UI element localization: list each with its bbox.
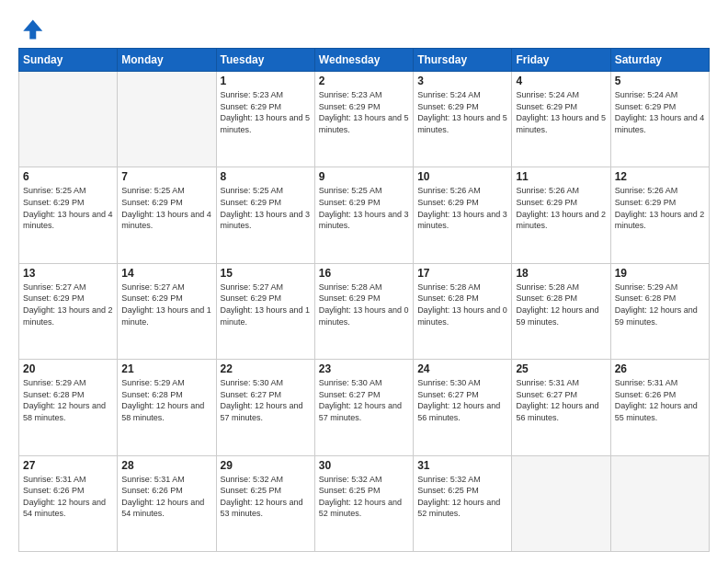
day-info: Sunrise: 5:31 AM Sunset: 6:26 PM Dayligh… <box>615 377 705 423</box>
day-info: Sunrise: 5:30 AM Sunset: 6:27 PM Dayligh… <box>417 377 507 423</box>
day-number: 12 <box>615 170 705 183</box>
day-number: 2 <box>319 75 409 87</box>
day-info: Sunrise: 5:29 AM Sunset: 6:28 PM Dayligh… <box>615 282 705 327</box>
day-info: Sunrise: 5:26 AM Sunset: 6:29 PM Dayligh… <box>417 185 507 231</box>
day-number: 15 <box>221 267 311 280</box>
day-info: Sunrise: 5:26 AM Sunset: 6:29 PM Dayligh… <box>516 185 606 231</box>
calendar-cell: 6Sunrise: 5:25 AM Sunset: 6:29 PM Daylig… <box>19 167 118 263</box>
day-number: 22 <box>221 362 311 375</box>
calendar-cell: 31Sunrise: 5:32 AM Sunset: 6:25 PM Dayli… <box>414 455 512 551</box>
calendar-cell: 1Sunrise: 5:23 AM Sunset: 6:29 PM Daylig… <box>216 72 314 167</box>
day-info: Sunrise: 5:28 AM Sunset: 6:29 PM Dayligh… <box>319 282 409 327</box>
day-number: 10 <box>417 170 507 183</box>
day-number: 6 <box>23 170 113 183</box>
day-number: 29 <box>221 459 311 472</box>
calendar-cell: 24Sunrise: 5:30 AM Sunset: 6:27 PM Dayli… <box>414 360 512 455</box>
day-info: Sunrise: 5:31 AM Sunset: 6:26 PM Dayligh… <box>121 474 211 520</box>
day-info: Sunrise: 5:30 AM Sunset: 6:27 PM Dayligh… <box>319 377 409 423</box>
day-info: Sunrise: 5:23 AM Sunset: 6:29 PM Dayligh… <box>319 89 409 135</box>
calendar-weekday-friday: Friday <box>512 49 610 72</box>
day-number: 27 <box>23 459 113 472</box>
day-info: Sunrise: 5:26 AM Sunset: 6:29 PM Dayligh… <box>615 185 705 231</box>
calendar-cell: 13Sunrise: 5:27 AM Sunset: 6:29 PM Dayli… <box>19 263 118 359</box>
calendar-cell: 16Sunrise: 5:28 AM Sunset: 6:29 PM Dayli… <box>314 263 413 359</box>
calendar-cell: 26Sunrise: 5:31 AM Sunset: 6:26 PM Dayli… <box>610 360 709 455</box>
logo <box>18 17 48 42</box>
calendar-cell <box>118 72 216 167</box>
calendar-table: SundayMondayTuesdayWednesdayThursdayFrid… <box>18 48 710 552</box>
svg-marker-0 <box>23 20 42 40</box>
day-number: 19 <box>615 267 705 280</box>
calendar-cell: 23Sunrise: 5:30 AM Sunset: 6:27 PM Dayli… <box>314 360 413 455</box>
calendar-week-row-1: 1Sunrise: 5:23 AM Sunset: 6:29 PM Daylig… <box>19 72 710 167</box>
day-info: Sunrise: 5:29 AM Sunset: 6:28 PM Dayligh… <box>121 377 211 423</box>
calendar-header-row: SundayMondayTuesdayWednesdayThursdayFrid… <box>19 49 710 72</box>
day-number: 17 <box>417 267 507 280</box>
calendar-weekday-thursday: Thursday <box>414 49 512 72</box>
day-number: 23 <box>319 362 409 375</box>
page: SundayMondayTuesdayWednesdayThursdayFrid… <box>0 0 728 563</box>
day-info: Sunrise: 5:28 AM Sunset: 6:28 PM Dayligh… <box>516 282 606 327</box>
calendar-cell: 30Sunrise: 5:32 AM Sunset: 6:25 PM Dayli… <box>314 455 413 551</box>
day-number: 4 <box>516 75 606 87</box>
day-number: 7 <box>121 170 211 183</box>
day-info: Sunrise: 5:32 AM Sunset: 6:25 PM Dayligh… <box>417 474 507 520</box>
day-info: Sunrise: 5:27 AM Sunset: 6:29 PM Dayligh… <box>23 282 113 327</box>
calendar-cell: 3Sunrise: 5:24 AM Sunset: 6:29 PM Daylig… <box>414 72 512 167</box>
calendar-cell <box>610 455 709 551</box>
day-number: 31 <box>417 459 507 472</box>
day-info: Sunrise: 5:23 AM Sunset: 6:29 PM Dayligh… <box>221 89 311 135</box>
calendar-cell: 17Sunrise: 5:28 AM Sunset: 6:28 PM Dayli… <box>414 263 512 359</box>
calendar-cell: 18Sunrise: 5:28 AM Sunset: 6:28 PM Dayli… <box>512 263 610 359</box>
calendar-cell: 5Sunrise: 5:24 AM Sunset: 6:29 PM Daylig… <box>610 72 709 167</box>
day-number: 21 <box>121 362 211 375</box>
calendar-cell: 14Sunrise: 5:27 AM Sunset: 6:29 PM Dayli… <box>118 263 216 359</box>
day-info: Sunrise: 5:27 AM Sunset: 6:29 PM Dayligh… <box>121 282 211 327</box>
calendar-weekday-sunday: Sunday <box>19 49 118 72</box>
calendar-cell <box>512 455 610 551</box>
calendar-cell: 20Sunrise: 5:29 AM Sunset: 6:28 PM Dayli… <box>19 360 118 455</box>
calendar-cell: 22Sunrise: 5:30 AM Sunset: 6:27 PM Dayli… <box>216 360 314 455</box>
calendar-weekday-monday: Monday <box>118 49 216 72</box>
day-number: 26 <box>615 362 705 375</box>
calendar-cell: 7Sunrise: 5:25 AM Sunset: 6:29 PM Daylig… <box>118 167 216 263</box>
day-info: Sunrise: 5:24 AM Sunset: 6:29 PM Dayligh… <box>615 89 705 135</box>
calendar-cell <box>19 72 118 167</box>
day-number: 13 <box>23 267 113 280</box>
day-number: 5 <box>615 75 705 87</box>
calendar-cell: 4Sunrise: 5:24 AM Sunset: 6:29 PM Daylig… <box>512 72 610 167</box>
day-number: 25 <box>516 362 606 375</box>
calendar-cell: 25Sunrise: 5:31 AM Sunset: 6:27 PM Dayli… <box>512 360 610 455</box>
calendar-cell: 29Sunrise: 5:32 AM Sunset: 6:25 PM Dayli… <box>216 455 314 551</box>
day-info: Sunrise: 5:29 AM Sunset: 6:28 PM Dayligh… <box>23 377 113 423</box>
day-info: Sunrise: 5:30 AM Sunset: 6:27 PM Dayligh… <box>221 377 311 423</box>
day-number: 8 <box>221 170 311 183</box>
day-number: 14 <box>121 267 211 280</box>
day-number: 16 <box>319 267 409 280</box>
day-number: 18 <box>516 267 606 280</box>
calendar-weekday-saturday: Saturday <box>610 49 709 72</box>
day-info: Sunrise: 5:31 AM Sunset: 6:26 PM Dayligh… <box>23 474 113 520</box>
calendar-cell: 27Sunrise: 5:31 AM Sunset: 6:26 PM Dayli… <box>19 455 118 551</box>
day-number: 9 <box>319 170 409 183</box>
day-number: 30 <box>319 459 409 472</box>
day-info: Sunrise: 5:24 AM Sunset: 6:29 PM Dayligh… <box>516 89 606 135</box>
calendar-cell: 15Sunrise: 5:27 AM Sunset: 6:29 PM Dayli… <box>216 263 314 359</box>
calendar-week-row-4: 20Sunrise: 5:29 AM Sunset: 6:28 PM Dayli… <box>19 360 710 455</box>
day-info: Sunrise: 5:32 AM Sunset: 6:25 PM Dayligh… <box>221 474 311 520</box>
day-info: Sunrise: 5:24 AM Sunset: 6:29 PM Dayligh… <box>417 89 507 135</box>
logo-icon <box>18 17 44 42</box>
calendar-cell: 10Sunrise: 5:26 AM Sunset: 6:29 PM Dayli… <box>414 167 512 263</box>
calendar-week-row-3: 13Sunrise: 5:27 AM Sunset: 6:29 PM Dayli… <box>19 263 710 359</box>
day-info: Sunrise: 5:28 AM Sunset: 6:28 PM Dayligh… <box>417 282 507 327</box>
header <box>18 17 710 42</box>
calendar-cell: 9Sunrise: 5:25 AM Sunset: 6:29 PM Daylig… <box>314 167 413 263</box>
calendar-cell: 12Sunrise: 5:26 AM Sunset: 6:29 PM Dayli… <box>610 167 709 263</box>
calendar-cell: 8Sunrise: 5:25 AM Sunset: 6:29 PM Daylig… <box>216 167 314 263</box>
day-number: 11 <box>516 170 606 183</box>
day-info: Sunrise: 5:25 AM Sunset: 6:29 PM Dayligh… <box>319 185 409 231</box>
day-info: Sunrise: 5:25 AM Sunset: 6:29 PM Dayligh… <box>23 185 113 231</box>
calendar-week-row-5: 27Sunrise: 5:31 AM Sunset: 6:26 PM Dayli… <box>19 455 710 551</box>
calendar-week-row-2: 6Sunrise: 5:25 AM Sunset: 6:29 PM Daylig… <box>19 167 710 263</box>
calendar-cell: 2Sunrise: 5:23 AM Sunset: 6:29 PM Daylig… <box>314 72 413 167</box>
